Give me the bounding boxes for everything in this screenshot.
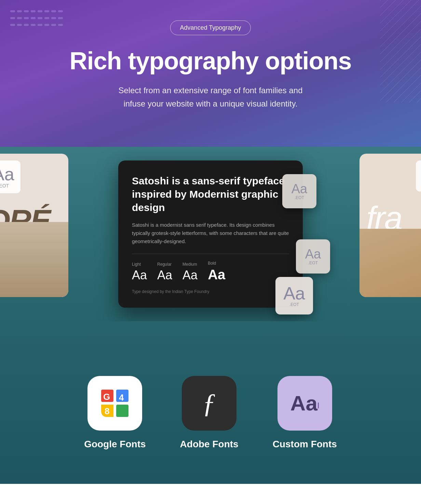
font-badge-right: Aa .EOT: [416, 160, 421, 192]
card-left-photo: [0, 222, 68, 297]
weight-bold: Bold Aa: [208, 261, 225, 282]
floating-font-badge-1: Aa .EOT: [282, 174, 316, 208]
card-right: Aa .EOT fra: [359, 154, 421, 297]
adobe-fonts-icon: ƒ: [182, 376, 236, 431]
google-fonts-svg: 4 G 8: [98, 386, 132, 420]
weight-regular-label: Regular: [157, 262, 172, 267]
font-card-title: Satoshi is a sans-serif typeface inspire…: [132, 174, 289, 214]
weight-light-label: Light: [132, 262, 141, 267]
floating-badge-2-eot: .EOT: [308, 261, 318, 265]
card-left: Aa .EOT ORÉ AND CO: [0, 154, 68, 297]
custom-aa-icon: Aa|: [290, 393, 319, 414]
weight-medium-sample: Aa: [182, 268, 198, 282]
floating-badge-2-aa: Aa: [305, 248, 321, 261]
section-badge: Advanced Typography: [170, 20, 251, 35]
weight-light: Light Aa: [132, 262, 147, 282]
floating-badge-3-eot: .EOT: [289, 302, 299, 307]
providers-section: 4 G 8 Google Fonts ƒ Adobe Fonts Aa| Cus…: [0, 349, 421, 484]
weight-bold-label: Bold: [208, 261, 216, 266]
svg-text:G: G: [103, 392, 110, 402]
google-fonts-icon: 4 G 8: [87, 376, 142, 431]
weight-regular: Regular Aa: [157, 262, 172, 282]
showcase-section: Aa .EOT ORÉ AND CO Satoshi is a sans-ser…: [0, 147, 421, 349]
custom-fonts-icon: Aa|: [277, 376, 332, 431]
hero-subtitle: Select from an extensive range of font f…: [94, 84, 327, 110]
google-fonts-label: Google Fonts: [84, 439, 146, 450]
font-carousel: Aa .EOT ORÉ AND CO Satoshi is a sans-ser…: [0, 147, 421, 321]
svg-text:4: 4: [119, 392, 124, 403]
custom-fonts-provider: Aa| Custom Fonts: [273, 376, 337, 450]
custom-fonts-label: Custom Fonts: [273, 439, 337, 450]
floating-badge-1-eot: .EOT: [295, 195, 304, 200]
weight-regular-sample: Aa: [157, 268, 172, 282]
card-right-photo: [359, 229, 421, 297]
badge-aa-text: Aa: [0, 165, 14, 183]
weight-medium: Medium Aa: [182, 262, 198, 282]
weight-light-sample: Aa: [132, 268, 147, 282]
font-badge-left: Aa .EOT: [0, 160, 21, 193]
floating-font-badge-2: Aa .EOT: [296, 239, 330, 274]
floating-badge-1-aa: Aa: [291, 182, 307, 195]
font-info-card: Satoshi is a sans-serif typeface inspire…: [118, 160, 303, 308]
adobe-f-icon: ƒ: [202, 388, 216, 419]
floating-font-badge-3: Aa .EOT: [275, 277, 313, 314]
font-card-description: Satoshi is a modernist sans serif typefa…: [132, 221, 289, 246]
adobe-fonts-label: Adobe Fonts: [180, 439, 239, 450]
svg-rect-4: [116, 405, 128, 417]
adobe-fonts-provider: ƒ Adobe Fonts: [180, 376, 239, 450]
svg-text:8: 8: [105, 406, 109, 416]
hero-section: Advanced Typography Rich typography opti…: [0, 0, 421, 147]
badge-label: Advanced Typography: [180, 24, 241, 31]
weight-medium-label: Medium: [182, 262, 197, 267]
hero-content: Advanced Typography Rich typography opti…: [14, 20, 407, 110]
hero-title: Rich typography options: [14, 47, 407, 74]
card-right-top: Aa .EOT: [359, 154, 421, 198]
floating-badge-3-aa: Aa: [283, 284, 305, 302]
google-fonts-provider: 4 G 8 Google Fonts: [84, 376, 146, 450]
card-divider: [132, 254, 289, 254]
weight-bold-sample: Aa: [208, 267, 225, 282]
font-credit: Type designed by the Indian Type Foundry: [132, 289, 289, 294]
font-weight-samples: Light Aa Regular Aa Medium Aa Bold Aa: [132, 261, 289, 282]
